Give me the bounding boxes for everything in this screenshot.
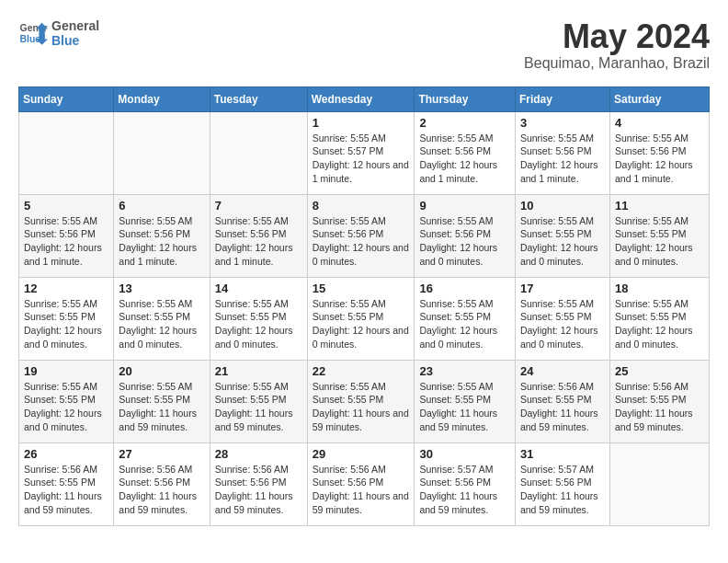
day-number: 22 (313, 364, 410, 378)
calendar-cell: 7Sunrise: 5:55 AM Sunset: 5:56 PM Daylig… (210, 194, 307, 277)
calendar-cell (19, 111, 114, 194)
weekday-header-row: SundayMondayTuesdayWednesdayThursdayFrid… (19, 86, 710, 111)
calendar-cell: 28Sunrise: 5:56 AM Sunset: 5:56 PM Dayli… (210, 442, 307, 525)
day-number: 29 (313, 447, 410, 461)
calendar-cell: 8Sunrise: 5:55 AM Sunset: 5:56 PM Daylig… (307, 194, 415, 277)
day-number: 17 (520, 282, 605, 295)
calendar-cell: 9Sunrise: 5:55 AM Sunset: 5:56 PM Daylig… (415, 194, 516, 277)
calendar-cell (210, 111, 307, 194)
day-number: 10 (520, 199, 605, 213)
calendar-cell: 10Sunrise: 5:55 AM Sunset: 5:55 PM Dayli… (515, 194, 609, 277)
day-info: Sunrise: 5:55 AM Sunset: 5:55 PM Dayligh… (419, 380, 510, 434)
calendar-cell: 11Sunrise: 5:55 AM Sunset: 5:55 PM Dayli… (609, 194, 709, 277)
day-number: 7 (215, 199, 302, 213)
day-number: 13 (119, 282, 204, 295)
day-number: 27 (119, 447, 204, 461)
day-info: Sunrise: 5:55 AM Sunset: 5:56 PM Dayligh… (119, 214, 204, 269)
day-info: Sunrise: 5:55 AM Sunset: 5:55 PM Dayligh… (215, 297, 302, 351)
day-info: Sunrise: 5:55 AM Sunset: 5:56 PM Dayligh… (419, 132, 510, 186)
calendar-cell: 22Sunrise: 5:55 AM Sunset: 5:55 PM Dayli… (307, 360, 415, 442)
calendar-week-row: 5Sunrise: 5:55 AM Sunset: 5:56 PM Daylig… (19, 194, 710, 277)
calendar-week-row: 26Sunrise: 5:56 AM Sunset: 5:55 PM Dayli… (19, 442, 710, 525)
weekday-header-saturday: Saturday (609, 86, 709, 111)
calendar-cell: 13Sunrise: 5:55 AM Sunset: 5:55 PM Dayli… (114, 277, 210, 360)
calendar-cell: 30Sunrise: 5:57 AM Sunset: 5:56 PM Dayli… (415, 442, 516, 525)
title-block: May 2024 Bequimao, Maranhao, Brazil (524, 18, 710, 72)
calendar-cell: 3Sunrise: 5:55 AM Sunset: 5:56 PM Daylig… (515, 111, 609, 194)
calendar-cell: 18Sunrise: 5:55 AM Sunset: 5:55 PM Dayli… (609, 277, 709, 360)
day-number: 18 (615, 282, 704, 295)
calendar-cell: 21Sunrise: 5:55 AM Sunset: 5:55 PM Dayli… (210, 360, 307, 442)
day-info: Sunrise: 5:55 AM Sunset: 5:55 PM Dayligh… (615, 297, 704, 351)
day-number: 16 (419, 282, 510, 295)
location: Bequimao, Maranhao, Brazil (524, 55, 710, 72)
calendar-cell: 31Sunrise: 5:57 AM Sunset: 5:56 PM Dayli… (515, 442, 609, 525)
calendar-cell: 4Sunrise: 5:55 AM Sunset: 5:56 PM Daylig… (609, 111, 709, 194)
day-number: 24 (520, 364, 605, 378)
month-year: May 2024 (524, 18, 710, 55)
day-info: Sunrise: 5:55 AM Sunset: 5:56 PM Dayligh… (313, 214, 410, 269)
day-info: Sunrise: 5:56 AM Sunset: 5:55 PM Dayligh… (24, 463, 108, 517)
weekday-header-monday: Monday (114, 86, 210, 111)
day-number: 14 (215, 282, 302, 295)
day-info: Sunrise: 5:55 AM Sunset: 5:56 PM Dayligh… (520, 132, 605, 186)
day-info: Sunrise: 5:55 AM Sunset: 5:56 PM Dayligh… (615, 132, 704, 186)
day-info: Sunrise: 5:56 AM Sunset: 5:56 PM Dayligh… (313, 463, 410, 517)
day-info: Sunrise: 5:55 AM Sunset: 5:55 PM Dayligh… (615, 214, 704, 269)
day-number: 15 (313, 282, 410, 295)
logo-icon: General Blue (18, 18, 48, 48)
calendar-cell: 19Sunrise: 5:55 AM Sunset: 5:55 PM Dayli… (19, 360, 114, 442)
calendar-cell: 14Sunrise: 5:55 AM Sunset: 5:55 PM Dayli… (210, 277, 307, 360)
day-info: Sunrise: 5:55 AM Sunset: 5:56 PM Dayligh… (419, 214, 510, 269)
calendar-week-row: 12Sunrise: 5:55 AM Sunset: 5:55 PM Dayli… (19, 277, 710, 360)
day-number: 28 (215, 447, 302, 461)
day-number: 12 (24, 282, 108, 295)
day-number: 21 (215, 364, 302, 378)
weekday-header-thursday: Thursday (415, 86, 516, 111)
day-info: Sunrise: 5:55 AM Sunset: 5:56 PM Dayligh… (215, 214, 302, 269)
logo-general: General (51, 18, 99, 33)
weekday-header-friday: Friday (515, 86, 609, 111)
day-info: Sunrise: 5:55 AM Sunset: 5:55 PM Dayligh… (313, 297, 410, 351)
calendar-cell: 24Sunrise: 5:56 AM Sunset: 5:55 PM Dayli… (515, 360, 609, 442)
day-info: Sunrise: 5:56 AM Sunset: 5:56 PM Dayligh… (215, 463, 302, 517)
day-info: Sunrise: 5:55 AM Sunset: 5:55 PM Dayligh… (520, 297, 605, 351)
day-number: 25 (615, 364, 704, 378)
calendar-week-row: 1Sunrise: 5:55 AM Sunset: 5:57 PM Daylig… (19, 111, 710, 194)
svg-text:Blue: Blue (20, 34, 41, 44)
day-number: 1 (313, 116, 410, 130)
calendar-cell: 25Sunrise: 5:56 AM Sunset: 5:55 PM Dayli… (609, 360, 709, 442)
calendar-cell (609, 442, 709, 525)
calendar-cell: 5Sunrise: 5:55 AM Sunset: 5:56 PM Daylig… (19, 194, 114, 277)
day-number: 3 (520, 116, 605, 130)
calendar-cell: 23Sunrise: 5:55 AM Sunset: 5:55 PM Dayli… (415, 360, 516, 442)
calendar-cell: 12Sunrise: 5:55 AM Sunset: 5:55 PM Dayli… (19, 277, 114, 360)
day-info: Sunrise: 5:55 AM Sunset: 5:56 PM Dayligh… (24, 214, 108, 269)
day-info: Sunrise: 5:55 AM Sunset: 5:55 PM Dayligh… (313, 380, 410, 434)
day-number: 11 (615, 199, 704, 213)
calendar-cell: 20Sunrise: 5:55 AM Sunset: 5:55 PM Dayli… (114, 360, 210, 442)
day-number: 19 (24, 364, 108, 378)
day-number: 30 (419, 447, 510, 461)
calendar-cell: 6Sunrise: 5:55 AM Sunset: 5:56 PM Daylig… (114, 194, 210, 277)
day-number: 20 (119, 364, 204, 378)
day-info: Sunrise: 5:57 AM Sunset: 5:56 PM Dayligh… (419, 463, 510, 517)
day-number: 23 (419, 364, 510, 378)
day-info: Sunrise: 5:57 AM Sunset: 5:56 PM Dayligh… (520, 463, 605, 517)
weekday-header-sunday: Sunday (19, 86, 114, 111)
day-info: Sunrise: 5:55 AM Sunset: 5:55 PM Dayligh… (520, 214, 605, 269)
calendar-cell (114, 111, 210, 194)
day-info: Sunrise: 5:55 AM Sunset: 5:55 PM Dayligh… (119, 380, 204, 434)
day-info: Sunrise: 5:55 AM Sunset: 5:55 PM Dayligh… (119, 297, 204, 351)
day-number: 4 (615, 116, 704, 130)
calendar-cell: 16Sunrise: 5:55 AM Sunset: 5:55 PM Dayli… (415, 277, 516, 360)
calendar-cell: 29Sunrise: 5:56 AM Sunset: 5:56 PM Dayli… (307, 442, 415, 525)
day-number: 2 (419, 116, 510, 130)
calendar-table: SundayMondayTuesdayWednesdayThursdayFrid… (18, 86, 710, 526)
day-info: Sunrise: 5:56 AM Sunset: 5:55 PM Dayligh… (615, 380, 704, 434)
calendar-cell: 2Sunrise: 5:55 AM Sunset: 5:56 PM Daylig… (415, 111, 516, 194)
day-number: 31 (520, 447, 605, 461)
calendar-cell: 15Sunrise: 5:55 AM Sunset: 5:55 PM Dayli… (307, 277, 415, 360)
day-number: 5 (24, 199, 108, 213)
day-info: Sunrise: 5:55 AM Sunset: 5:55 PM Dayligh… (419, 297, 510, 351)
